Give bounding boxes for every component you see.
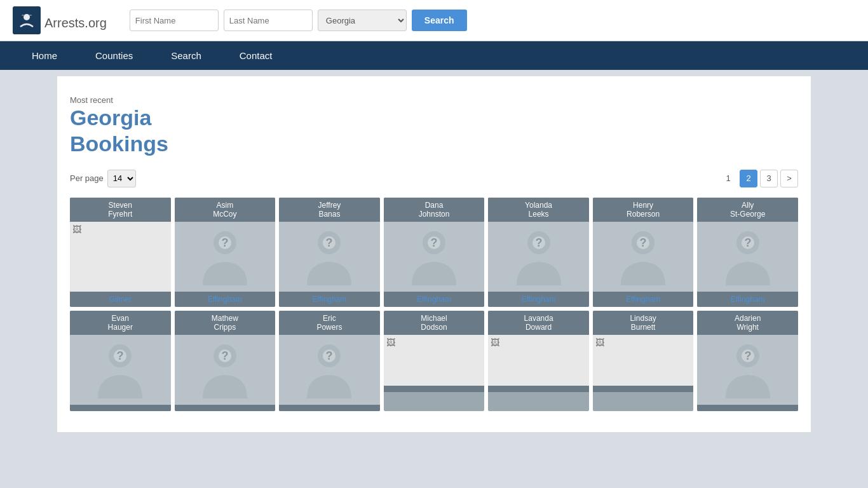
card-photo: ?	[175, 335, 276, 405]
page-3-button[interactable]: 3	[760, 170, 778, 187]
card-name: LindsayBurnett	[593, 311, 694, 335]
card-county: Effingham	[175, 292, 276, 307]
card-county	[175, 405, 276, 411]
nav-counties[interactable]: Counties	[76, 41, 152, 70]
card-county	[384, 386, 485, 392]
card-name: DanaJohnston	[384, 198, 485, 222]
card-photo	[593, 335, 694, 386]
svg-text:?: ?	[430, 236, 437, 249]
card-county: Effingham	[593, 292, 694, 307]
nav-home[interactable]: Home	[13, 41, 76, 70]
page-2-button[interactable]: 2	[740, 170, 757, 187]
card-name: EvanHauger	[70, 311, 171, 335]
logo-suffix: .org	[85, 16, 106, 30]
booking-card[interactable]: LindsayBurnett	[593, 311, 694, 411]
booking-card[interactable]: LavandaDoward	[488, 311, 589, 411]
svg-text:?: ?	[535, 236, 542, 249]
card-name: MichaelDodson	[384, 311, 485, 335]
booking-card[interactable]: MathewCripps ?	[175, 311, 276, 411]
card-photo: ?	[279, 335, 380, 405]
card-county	[697, 405, 798, 411]
card-name: LavandaDoward	[488, 311, 589, 335]
nav-search[interactable]: Search	[152, 41, 220, 70]
most-recent-label: Most recent	[70, 95, 798, 105]
card-county: Effingham	[697, 292, 798, 307]
card-name: AsimMcCoy	[175, 198, 276, 222]
card-photo: ?	[384, 222, 485, 292]
card-county	[70, 405, 171, 411]
bookings-grid: StevenFyrehrt Gilmer AsimMcCoy ? Effingh…	[70, 198, 798, 411]
logo[interactable]: Arrests.org	[13, 6, 107, 34]
card-county	[593, 386, 694, 392]
svg-text:?: ?	[326, 349, 333, 362]
header: Arrests.org Georgia Alabama Florida Tenn…	[0, 0, 868, 41]
header-search-button[interactable]: Search	[412, 10, 467, 31]
main-content: Most recent GeorgiaBookings Per page 14 …	[57, 76, 811, 432]
card-name: AdarienWright	[697, 311, 798, 335]
card-county: Effingham	[488, 292, 589, 307]
first-name-input[interactable]	[130, 10, 219, 31]
booking-card[interactable]: HenryRoberson ? Effingham	[593, 198, 694, 307]
card-photo: ?	[488, 222, 589, 292]
card-county	[279, 405, 380, 411]
nav-contact[interactable]: Contact	[220, 41, 292, 70]
booking-card[interactable]: AdarienWright ?	[697, 311, 798, 411]
page-1-plain: 1	[719, 170, 737, 187]
booking-card[interactable]: EvanHauger ?	[70, 311, 171, 411]
svg-text:?: ?	[221, 349, 228, 362]
card-photo: ?	[279, 222, 380, 292]
card-county: Effingham	[279, 292, 380, 307]
svg-text:?: ?	[744, 236, 751, 249]
card-photo: ?	[70, 335, 171, 405]
booking-card[interactable]: AsimMcCoy ? Effingham	[175, 198, 276, 307]
booking-card[interactable]: JeffreyBanas ? Effingham	[279, 198, 380, 307]
card-photo: ?	[697, 222, 798, 292]
booking-card[interactable]: MichaelDodson	[384, 311, 485, 411]
title-area: Most recent GeorgiaBookings	[70, 89, 798, 170]
card-name: YolandaLeeks	[488, 198, 589, 222]
logo-icon	[13, 6, 41, 34]
per-page-area: Per page 14 28 56	[70, 170, 136, 187]
per-page-label: Per page	[70, 173, 104, 183]
card-name: HenryRoberson	[593, 198, 694, 222]
svg-rect-2	[22, 15, 25, 16]
nav: Home Counties Search Contact	[0, 41, 868, 70]
svg-text:?: ?	[221, 236, 228, 249]
card-name: AllySt-George	[697, 198, 798, 222]
svg-text:?: ?	[744, 349, 751, 362]
card-name: EricPowers	[279, 311, 380, 335]
card-photo	[488, 335, 589, 386]
svg-text:?: ?	[640, 236, 647, 249]
card-photo	[70, 222, 171, 292]
booking-card[interactable]: AllySt-George ? Effingham	[697, 198, 798, 307]
logo-text: Arrests.org	[44, 9, 107, 32]
card-name: JeffreyBanas	[279, 198, 380, 222]
card-photo	[384, 335, 485, 386]
card-photo: ?	[593, 222, 694, 292]
state-select[interactable]: Georgia Alabama Florida Tennessee South …	[318, 10, 407, 31]
card-name: StevenFyrehrt	[70, 198, 171, 222]
booking-card[interactable]: StevenFyrehrt Gilmer	[70, 198, 171, 307]
card-county	[488, 386, 589, 392]
card-county: Effingham	[384, 292, 485, 307]
page-next-button[interactable]: >	[780, 170, 798, 187]
logo-name: Arrests	[44, 16, 85, 30]
booking-card[interactable]: YolandaLeeks ? Effingham	[488, 198, 589, 307]
page-title: GeorgiaBookings	[70, 105, 798, 157]
card-name: MathewCripps	[175, 311, 276, 335]
booking-card[interactable]: DanaJohnston ? Effingham	[384, 198, 485, 307]
card-photo: ?	[697, 335, 798, 405]
svg-rect-3	[29, 15, 32, 16]
svg-text:?: ?	[326, 236, 333, 249]
card-photo: ?	[175, 222, 276, 292]
pagination: 1 2 3 >	[719, 170, 798, 187]
svg-text:?: ?	[117, 349, 124, 362]
booking-card[interactable]: EricPowers ?	[279, 311, 380, 411]
per-page-select[interactable]: 14 28 56	[107, 170, 136, 187]
card-county: Gilmer	[70, 292, 171, 307]
search-form: Georgia Alabama Florida Tennessee South …	[130, 10, 467, 31]
last-name-input[interactable]	[224, 10, 313, 31]
controls-bar: Per page 14 28 56 1 2 3 >	[70, 170, 798, 187]
